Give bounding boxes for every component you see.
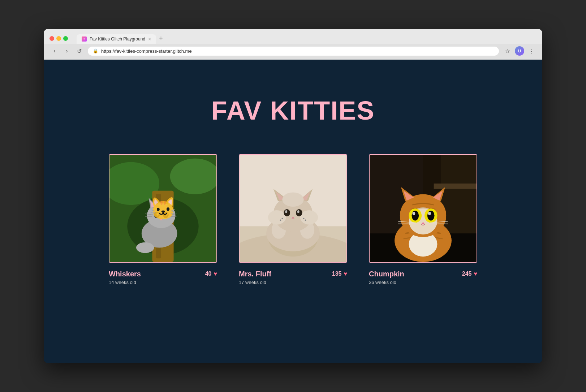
heart-icon-chumpkin: ♥	[474, 271, 478, 277]
url-bar[interactable]: 🔒 https://fav-kitties-compress-starter.g…	[88, 47, 499, 56]
kitty-image-chumpkin	[369, 154, 477, 263]
kitty-info-chumpkin: Chumpkin 36 weeks old 245 ♥	[369, 268, 477, 287]
active-tab[interactable]: ✦ Fav Kitties Glitch Playground ×	[77, 34, 156, 44]
kitty-likes-mrsfluff[interactable]: 135 ♥	[332, 270, 347, 277]
kitty-name-chumpkin: Chumpkin	[369, 270, 404, 278]
tab-bar: ✦ Fav Kitties Glitch Playground × +	[77, 33, 166, 44]
svg-point-62	[412, 212, 415, 215]
kitty-card-mrsfluff[interactable]: Mrs. Fluff 17 weeks old 135 ♥	[239, 154, 347, 287]
kitty-likes-count-mrsfluff: 135	[332, 271, 342, 277]
kitty-likes-count-whiskers: 40	[205, 271, 212, 277]
svg-point-43	[303, 218, 305, 219]
nav-buttons: ‹ › ↺	[49, 46, 84, 56]
svg-point-30	[300, 210, 318, 224]
svg-marker-10	[150, 201, 156, 208]
svg-point-61	[427, 211, 435, 221]
browser-window: ✦ Fav Kitties Glitch Playground × + ‹ › …	[44, 29, 542, 363]
reload-button[interactable]: ↺	[74, 46, 84, 56]
kitty-likes-chumpkin[interactable]: 245 ♥	[462, 270, 477, 277]
svg-point-14	[165, 213, 168, 216]
heart-icon-mrsfluff: ♥	[344, 271, 348, 277]
svg-point-60	[412, 211, 419, 221]
svg-rect-48	[434, 184, 477, 189]
kitties-grid: Whiskers 14 weeks old 40 ♥	[76, 154, 510, 287]
kitty-name-block-whiskers: Whiskers 14 weeks old	[109, 270, 141, 285]
user-avatar[interactable]: U	[515, 46, 524, 56]
close-button[interactable]	[49, 36, 54, 41]
page-content: FAV KITTIES	[44, 60, 542, 363]
svg-point-63	[428, 212, 431, 215]
svg-point-42	[280, 220, 281, 221]
svg-point-36	[284, 209, 290, 216]
traffic-lights	[49, 36, 68, 41]
minimize-button[interactable]	[56, 36, 61, 41]
kitty-name-whiskers: Whiskers	[109, 270, 141, 278]
back-button[interactable]: ‹	[49, 46, 60, 56]
kitty-image-mrsfluff	[239, 154, 347, 263]
svg-point-20	[136, 242, 154, 253]
title-bar: ✦ Fav Kitties Glitch Playground × +	[44, 29, 542, 44]
lock-icon: 🔒	[93, 48, 98, 53]
kitty-name-block-mrsfluff: Mrs. Fluff 17 weeks old	[239, 270, 271, 285]
svg-point-13	[156, 213, 159, 216]
kitty-likes-whiskers[interactable]: 40 ♥	[205, 270, 217, 277]
svg-point-11	[154, 212, 160, 218]
kitty-image-whiskers	[109, 154, 217, 263]
address-bar: ‹ › ↺ 🔒 https://fav-kitties-compress-sta…	[44, 44, 542, 60]
bookmark-button[interactable]: ☆	[503, 46, 513, 56]
heart-icon-whiskers: ♥	[214, 271, 217, 277]
page-title: FAV KITTIES	[211, 96, 375, 125]
svg-point-39	[297, 210, 300, 213]
kitty-info-whiskers: Whiskers 14 weeks old 40 ♥	[109, 268, 217, 287]
kitty-age-whiskers: 14 weeks old	[109, 280, 141, 285]
kitty-likes-count-chumpkin: 245	[462, 271, 472, 277]
url-text: https://fav-kitties-compress-starter.gli…	[101, 48, 192, 54]
svg-point-38	[285, 210, 287, 213]
kitty-card-chumpkin[interactable]: Chumpkin 36 weeks old 245 ♥	[369, 154, 477, 287]
tab-close-button[interactable]: ×	[148, 36, 151, 42]
svg-marker-15	[160, 219, 163, 220]
svg-line-18	[170, 214, 177, 215]
forward-button[interactable]: ›	[62, 46, 72, 56]
svg-point-7	[147, 203, 176, 228]
toolbar-right: ☆ U ⋮	[503, 46, 537, 56]
kitty-age-mrsfluff: 17 weeks old	[239, 280, 271, 285]
svg-point-12	[163, 212, 169, 218]
svg-point-41	[281, 218, 283, 219]
kitty-age-chumpkin: 36 weeks old	[369, 280, 404, 285]
svg-point-37	[296, 209, 302, 216]
new-tab-button[interactable]: +	[156, 33, 166, 44]
kitty-info-mrsfluff: Mrs. Fluff 17 weeks old 135 ♥	[239, 268, 347, 287]
kitty-name-mrsfluff: Mrs. Fluff	[239, 270, 271, 278]
svg-point-29	[268, 210, 286, 224]
browser-chrome: ✦ Fav Kitties Glitch Playground × + ‹ › …	[44, 29, 542, 60]
svg-marker-9	[166, 197, 173, 208]
svg-line-17	[145, 216, 152, 217]
maximize-button[interactable]	[63, 36, 68, 41]
tab-favicon: ✦	[82, 36, 87, 42]
kitty-name-block-chumpkin: Chumpkin 36 weeks old	[369, 270, 404, 285]
tab-title: Fav Kitties Glitch Playground	[90, 36, 145, 42]
svg-point-44	[305, 220, 306, 221]
svg-line-19	[170, 216, 177, 217]
svg-marker-8	[149, 198, 158, 208]
svg-point-35	[282, 193, 303, 207]
menu-button[interactable]: ⋮	[526, 46, 537, 56]
kitty-card-whiskers[interactable]: Whiskers 14 weeks old 40 ♥	[109, 154, 217, 287]
